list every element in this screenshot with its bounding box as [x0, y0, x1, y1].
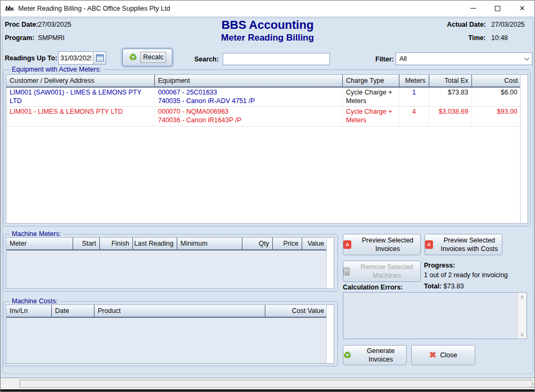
col-meters[interactable]: Meters	[399, 75, 429, 87]
window-bottom-edge	[1, 389, 535, 392]
time-value: 10:48	[491, 34, 531, 42]
progress-text: 1 out of 2 ready for invoicing	[424, 271, 508, 279]
minimize-button[interactable]	[461, 1, 485, 16]
machine-costs-scroll-track[interactable]	[326, 305, 334, 363]
readings-date-input[interactable]	[59, 52, 93, 64]
machine-costs-empty-body	[6, 318, 334, 363]
app-title: BBS Accounting	[161, 18, 374, 32]
col-qty[interactable]: Qty	[242, 238, 273, 249]
red-x-icon: ✖	[429, 351, 436, 359]
remove-selected-machines-button[interactable]: Remove Selected Machines	[343, 261, 421, 282]
col-start[interactable]: Start	[73, 238, 100, 249]
col-finish[interactable]: Finish	[100, 238, 133, 249]
title-bar: bbs Meter Reading Billing - ABC Office S…	[1, 1, 534, 17]
col-charge-type[interactable]: Charge Type	[343, 75, 399, 87]
machine-meters-scroll-track[interactable]	[326, 238, 334, 288]
recycle-icon: ♻	[343, 351, 351, 360]
machine-costs-table: Inv/Ln Date Product Cost Value	[6, 304, 334, 364]
close-button[interactable]: ✖ Close	[411, 345, 475, 365]
equipment-row-1[interactable]: LIM001 (SAW001) - LIMES & LEMONS PTY LTD…	[6, 88, 528, 107]
close-label: Close	[440, 351, 457, 359]
resize-grip[interactable]	[529, 383, 534, 388]
preview-selected-invoices-button[interactable]: Preview Selected Invoices	[343, 234, 421, 255]
errors-scrollbar[interactable]: ∧ ∨	[517, 293, 526, 339]
generate-invoices-label: Generate Invoices	[355, 347, 406, 364]
equipment-model: 740035 - Canon iR-ADV 4751 /P	[158, 97, 339, 106]
chevron-down-icon	[524, 55, 530, 60]
actual-date-value: 27/03/2025	[491, 21, 531, 28]
program-value: SMPMRI	[38, 34, 65, 42]
scroll-down-icon: ∨	[520, 332, 524, 338]
preview-invoices-label: Preview Selected Invoices	[355, 236, 420, 254]
readings-up-to-label: Readings Up To:	[5, 54, 57, 62]
total-line: Total: $73.83	[424, 283, 464, 290]
machine-costs-header: Inv/Ln Date Product Cost Value	[6, 305, 334, 318]
machine-meters-table: Meter Start Finish Last Reading Minimum …	[6, 237, 334, 289]
equipment-id: 000070 - NQMA006963	[158, 108, 339, 116]
equipment-id: 000067 - 25C01633	[158, 89, 339, 97]
filter-label: Filter:	[375, 56, 394, 63]
col-cost-value[interactable]: Cost Value	[265, 305, 327, 317]
col-price[interactable]: Price	[273, 238, 302, 249]
date-time-block: Actual Date: 27/03/2025 Time: 10:48	[437, 21, 531, 48]
equipment-group-label: Equipment with Active Meters:	[10, 66, 103, 73]
equipment-table: Customer / Delivery Address Equipment Ch…	[6, 74, 528, 224]
close-window-button[interactable]: ✕	[510, 1, 534, 16]
recycle-icon: ♻	[129, 53, 137, 62]
equipment-row-2[interactable]: LIM001 - LIMES & LEMONS PTY LTD 000070 -…	[6, 107, 528, 126]
close-icon: ✕	[520, 5, 525, 12]
filter-select[interactable]: All	[396, 52, 532, 65]
form-body: Proc Date: 27/03/2025 Program: SMPMRI BB…	[1, 17, 535, 378]
col-date[interactable]: Date	[52, 305, 95, 317]
generate-invoices-button[interactable]: ♻ Generate Invoices	[343, 345, 407, 365]
app-icon: bbs	[5, 5, 13, 12]
col-product[interactable]: Product	[95, 305, 265, 317]
pdf-icon	[343, 240, 351, 249]
col-cost[interactable]: Cost	[472, 75, 521, 87]
col-minimum[interactable]: Minimum	[177, 238, 242, 249]
progress-label: Progress:	[424, 262, 455, 269]
remove-machines-label: Remove Selected Machines	[353, 263, 420, 280]
calendar-icon	[96, 54, 104, 61]
machine-meters-header: Meter Start Finish Last Reading Minimum …	[6, 238, 334, 250]
calculation-errors-label: Calculation Errors:	[343, 284, 403, 291]
col-inv-ln[interactable]: Inv/Ln	[6, 305, 52, 317]
machine-meters-group-label: Machine Meters:	[10, 230, 63, 238]
col-equipment[interactable]: Equipment	[155, 75, 343, 87]
machine-costs-group-label: Machine Costs:	[10, 297, 60, 305]
col-customer[interactable]: Customer / Delivery Address	[6, 75, 155, 87]
total-value: $73.83	[444, 283, 464, 290]
status-bar	[1, 378, 535, 389]
filter-selected-value: All	[399, 55, 525, 62]
screen-title: Meter Reading Billing	[161, 33, 374, 43]
preview-costs-label: Preview Selected Invoices with Costs	[437, 236, 502, 254]
col-value[interactable]: Value	[302, 238, 327, 249]
maximize-button[interactable]	[485, 1, 510, 16]
col-meter[interactable]: Meter	[6, 238, 73, 249]
app-window: bbs Meter Reading Billing - ABC Office S…	[0, 0, 535, 392]
preview-invoices-with-costs-button[interactable]: Preview Selected Invoices with Costs	[424, 234, 502, 255]
calculation-errors-box[interactable]: ∧ ∨	[343, 292, 527, 339]
pdf-icon	[425, 240, 433, 249]
search-label: Search:	[194, 56, 219, 63]
program-label: Program:	[5, 34, 35, 42]
machine-meters-empty-body	[6, 250, 334, 288]
actual-date-label: Actual Date:	[437, 21, 486, 28]
status-panel	[19, 380, 532, 388]
equipment-scroll-track[interactable]	[520, 75, 528, 223]
col-last-reading[interactable]: Last Reading	[133, 238, 177, 249]
recalc-button[interactable]: ♻ Recalc	[122, 49, 172, 66]
recalc-label: Recalc	[141, 52, 166, 62]
search-input[interactable]	[223, 53, 330, 65]
window-title: Meter Reading Billing - ABC Office Suppl…	[18, 5, 170, 12]
col-total-ex[interactable]: Total Ex	[429, 75, 472, 87]
proc-date-value: 27/03/2025	[38, 21, 72, 28]
date-picker-button[interactable]	[93, 52, 106, 64]
scroll-up-icon: ∧	[520, 294, 524, 300]
equipment-model: 740036 - Canon iR1643P /P	[158, 116, 339, 125]
readings-date-field	[58, 51, 106, 65]
calculator-icon	[343, 268, 350, 276]
minimize-icon	[470, 8, 476, 9]
proc-date-label: Proc Date:	[5, 21, 38, 28]
total-label: Total:	[424, 283, 442, 290]
